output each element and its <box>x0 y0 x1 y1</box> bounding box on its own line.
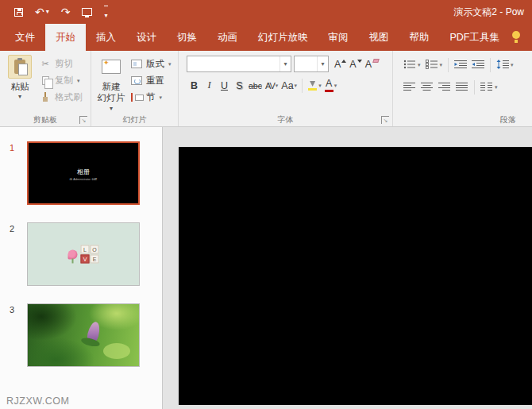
font-size-select[interactable]: ▾ <box>294 56 329 72</box>
slide-thumbnail-3[interactable] <box>27 303 140 367</box>
tab-review[interactable]: 审阅 <box>318 24 359 51</box>
bold-button[interactable]: B <box>187 77 202 94</box>
save-button[interactable] <box>14 8 23 17</box>
justify-button[interactable] <box>453 79 471 96</box>
redo-icon: ↷ <box>61 6 71 17</box>
tab-insert[interactable]: 插入 <box>86 24 126 51</box>
reset-button[interactable]: 重置 <box>127 72 175 89</box>
slide-canvas[interactable] <box>179 147 532 405</box>
slide-number: 1 <box>0 141 27 205</box>
new-slide-button[interactable]: ✦ 新建 幻灯片 ▾ <box>95 53 127 114</box>
tab-pdf-tools[interactable]: PDF工具集 <box>440 24 511 51</box>
ribbon: 粘贴 ▾ ✂ 剪切 复制 ▾ 格式刷 ↘ 剪贴板 ✦ <box>0 51 532 127</box>
chevron-down-icon: ▾ <box>46 9 49 15</box>
clipboard-small-buttons: ✂ 剪切 复制 ▾ 格式刷 <box>36 53 86 115</box>
slides-group: ✦ 新建 幻灯片 ▾ 版式 ▾ 重置 节 ▾ 幻灯片 <box>91 51 179 126</box>
divider <box>490 58 491 72</box>
tab-animations[interactable]: 动画 <box>207 24 248 51</box>
numbering-button[interactable]: ▾ <box>423 56 445 74</box>
align-center-button[interactable] <box>418 79 436 96</box>
layout-label: 版式 <box>146 58 164 70</box>
format-painter-button[interactable]: 格式刷 <box>36 89 86 106</box>
strikethrough-button[interactable]: abc <box>247 77 264 94</box>
decrease-font-size-button[interactable]: A <box>348 56 363 72</box>
section-button[interactable]: 节 ▾ <box>127 89 175 106</box>
slides-group-label: 幻灯片 <box>91 114 178 125</box>
text-highlight-button[interactable]: ▾ <box>306 77 323 94</box>
layout-icon <box>130 59 143 70</box>
increase-indent-icon <box>472 58 484 72</box>
chevron-down-icon: ▾ <box>511 62 514 68</box>
new-slide-icon: ✦ <box>99 55 123 79</box>
slide-editing-area <box>163 127 532 409</box>
line-spacing-button[interactable]: ▾ <box>494 56 516 74</box>
underline-button[interactable]: U <box>217 77 232 94</box>
decrease-indent-icon <box>454 58 467 72</box>
character-spacing-button[interactable]: AV ▾ <box>264 77 279 94</box>
tile-letter: L <box>81 245 90 254</box>
decrease-font-size-icon: A <box>349 59 356 70</box>
chevron-down-icon[interactable]: ▾ <box>279 56 291 71</box>
chevron-down-icon[interactable]: ▾ <box>317 56 328 71</box>
decrease-indent-button[interactable] <box>452 56 469 74</box>
slide-thumbnail-1[interactable]: 相册 由 Administrator 创建 <box>27 141 140 205</box>
ribbon-tab-bar: 文件 开始 插入 设计 切换 动画 幻灯片放映 审阅 视图 帮助 PDF工具集 <box>0 24 532 51</box>
align-right-icon <box>438 80 451 95</box>
tab-help[interactable]: 帮助 <box>399 24 440 51</box>
align-center-icon <box>421 80 434 95</box>
tell-me-lightbulb-icon[interactable] <box>511 31 521 44</box>
tab-transitions[interactable]: 切换 <box>167 24 207 51</box>
love-tiles: L O V E <box>81 245 99 264</box>
chevron-down-icon: ▾ <box>276 83 279 89</box>
reset-label: 重置 <box>146 75 164 87</box>
change-case-button[interactable]: Aa ▾ <box>279 77 299 94</box>
increase-indent-button[interactable] <box>469 56 487 74</box>
window-title: 演示文稿2 - Pow <box>453 6 524 19</box>
chevron-down-icon: ▾ <box>104 12 107 19</box>
undo-button[interactable]: ↶ ▾ <box>35 6 49 17</box>
font-color-button[interactable]: A ▾ <box>323 77 339 94</box>
align-right-button[interactable] <box>436 79 453 96</box>
tab-home[interactable]: 开始 <box>45 24 86 51</box>
paragraph-row-2: ▾ <box>401 78 532 97</box>
slide1-subtitle-text: 由 Administrator 创建 <box>49 177 118 182</box>
love-graphic: L O V E <box>68 245 99 264</box>
text-shadow-button[interactable]: S <box>232 77 247 94</box>
clear-formatting-icon: A <box>365 59 372 70</box>
chevron-down-icon[interactable]: ▾ <box>18 93 21 100</box>
customize-quick-access-button[interactable]: ▾ <box>104 6 107 19</box>
copy-button[interactable]: 复制 ▾ <box>36 72 86 89</box>
character-spacing-icon: AV <box>265 81 275 91</box>
section-icon <box>130 92 143 103</box>
paragraph-row-1: ▾ ▾ ▾ <box>401 56 532 75</box>
chevron-down-icon[interactable]: ▾ <box>110 105 113 112</box>
chevron-down-icon: ▾ <box>295 83 298 89</box>
font-name-select[interactable]: ▾ <box>187 56 291 72</box>
increase-font-size-icon: A <box>334 59 341 70</box>
tab-slideshow[interactable]: 幻灯片放映 <box>248 24 318 51</box>
columns-button[interactable]: ▾ <box>478 79 500 96</box>
start-slideshow-button[interactable] <box>82 8 92 16</box>
chevron-down-icon: ▾ <box>160 95 163 101</box>
star-icon: ✦ <box>103 60 110 67</box>
increase-font-size-button[interactable]: A <box>333 56 348 72</box>
layout-button[interactable]: 版式 ▾ <box>127 56 175 72</box>
paste-button[interactable]: 粘贴 ▾ <box>4 53 36 114</box>
clear-formatting-button[interactable]: A <box>364 56 380 72</box>
align-left-icon <box>403 80 416 95</box>
tab-design[interactable]: 设计 <box>126 24 167 51</box>
tile-letter: V <box>81 255 90 264</box>
tab-file[interactable]: 文件 <box>5 24 45 51</box>
italic-button[interactable]: I <box>202 77 217 94</box>
redo-button[interactable]: ↷ <box>61 6 71 17</box>
tab-view[interactable]: 视图 <box>359 24 399 51</box>
tile-letter: O <box>91 245 99 254</box>
cut-label: 剪切 <box>55 58 73 70</box>
bullets-button[interactable]: ▾ <box>401 56 423 74</box>
chevron-down-icon: ▾ <box>418 62 421 68</box>
align-left-button[interactable] <box>401 79 418 96</box>
cut-button[interactable]: ✂ 剪切 <box>36 56 86 72</box>
slide-thumbnail-2[interactable]: L O V E <box>27 222 140 286</box>
clipboard-group: 粘贴 ▾ ✂ 剪切 复制 ▾ 格式刷 ↘ 剪贴板 <box>0 51 91 126</box>
copy-label: 复制 <box>55 75 73 87</box>
